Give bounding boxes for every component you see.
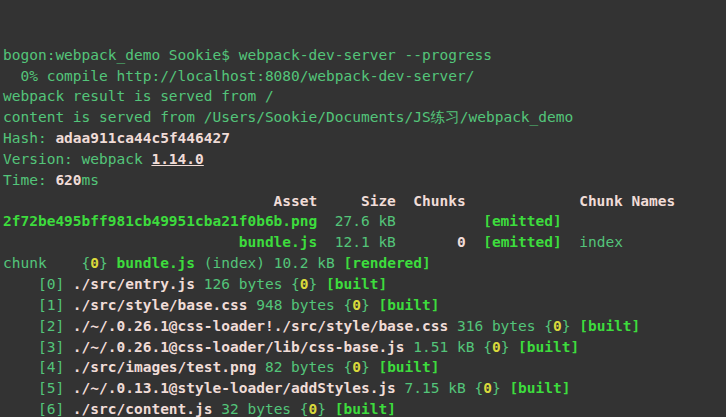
shell-prompt-line: bogon:webpack_demo Sookie$ webpack-dev-s… xyxy=(3,45,726,66)
terminal-text-segment: 82 bytes { xyxy=(256,359,352,375)
terminal-text-segment xyxy=(3,234,239,250)
terminal-text-segment: index xyxy=(562,234,623,250)
terminal-text-segment: } xyxy=(361,297,378,313)
terminal-text-segment: 0 xyxy=(483,380,492,396)
module-row-2: [2] ./~/.0.26.1@css-loader!./src/style/b… xyxy=(3,316,726,337)
module-row-4: [4] ./src/images/test.png 82 bytes {0} [… xyxy=(3,357,726,378)
terminal-text-segment: ./src/content.js xyxy=(73,401,213,417)
terminal-text-segment: 0 xyxy=(492,339,501,355)
terminal-text-segment: [0] xyxy=(3,276,73,292)
terminal-text-segment: ./src/style/base.css xyxy=(73,297,248,313)
terminal-text-segment xyxy=(466,234,483,250)
terminal-text-segment: [6] xyxy=(3,401,73,417)
terminal-text-segment: } xyxy=(99,255,116,271)
terminal-text-segment: ./src/entry.js xyxy=(73,276,195,292)
module-row-6: [6] ./src/content.js 32 bytes {0} [built… xyxy=(3,399,726,417)
terminal-text-segment: Asset Size Chunks Chunk Names xyxy=(3,193,675,209)
terminal-text-segment: bundle.js xyxy=(239,234,318,250)
terminal-text-segment: [rendered] xyxy=(344,255,431,271)
terminal-text-segment: bundle.js xyxy=(117,255,196,271)
module-row-5: [5] ./~/.0.13.1@style-loader/addStyles.j… xyxy=(3,378,726,399)
terminal-text-segment: ms xyxy=(82,172,99,188)
terminal-text-segment: 0% compile http://localhost:8080/webpack… xyxy=(3,68,474,84)
terminal-text-segment: bogon:webpack_demo Sookie$ webpack-dev-s… xyxy=(3,47,492,63)
terminal-text-segment: 0 xyxy=(457,234,466,250)
terminal-text-segment: 0 xyxy=(553,318,562,334)
terminal-text-segment: } xyxy=(361,359,378,375)
terminal-text-segment: (index) 10.2 kB xyxy=(195,255,343,271)
terminal-text-segment: ./~/.0.26.1@css-loader!./src/style/base.… xyxy=(73,318,448,334)
terminal-text-segment: [emitted] xyxy=(483,234,562,250)
content-served-line: content is served from /Users/Sookie/Doc… xyxy=(3,107,726,128)
terminal-text-segment: [5] xyxy=(3,380,73,396)
terminal-text-segment: Time: xyxy=(3,172,55,188)
module-row-1: [1] ./src/style/base.css 948 bytes {0} [… xyxy=(3,295,726,316)
time-line: Time: 620ms xyxy=(3,170,726,191)
terminal-text-segment: 0 xyxy=(352,297,361,313)
terminal-text-segment: [3] xyxy=(3,339,73,355)
terminal-text-segment: 948 bytes { xyxy=(247,297,352,313)
terminal-text-segment: 27.6 kB xyxy=(317,213,483,229)
asset-row-png: 2f72be495bff981cb49951cba21f0b6b.png 27.… xyxy=(3,211,726,232)
terminal-text-segment: 0 xyxy=(300,276,309,292)
terminal-text-segment: [built] xyxy=(509,380,570,396)
terminal-text-segment: [built] xyxy=(579,318,640,334)
terminal-text-segment: } xyxy=(492,380,509,396)
terminal-text-segment: [emitted] xyxy=(483,213,562,229)
terminal-text-segment: content is served from /Users/Sookie/Doc… xyxy=(3,109,573,125)
terminal-text-segment: } xyxy=(562,318,579,334)
table-header-line: Asset Size Chunks Chunk Names xyxy=(3,191,726,212)
terminal-text-segment: [1] xyxy=(3,297,73,313)
terminal-text-segment: adaa911ca44c5f446427 xyxy=(55,130,230,146)
terminal-output: bogon:webpack_demo Sookie$ webpack-dev-s… xyxy=(3,45,726,417)
module-row-3: [3] ./~/.0.26.1@css-loader/lib/css-base.… xyxy=(3,337,726,358)
progress-line: 0% compile http://localhost:8080/webpack… xyxy=(3,66,726,87)
chunk-summary-line: chunk {0} bundle.js (index) 10.2 kB [ren… xyxy=(3,253,726,274)
terminal-text-segment: 7.15 kB { xyxy=(396,380,483,396)
terminal-text-segment: } xyxy=(501,339,518,355)
terminal-text-segment: [2] xyxy=(3,318,73,334)
terminal-text-segment: ./src/images/test.png xyxy=(73,359,256,375)
terminal-text-segment: [built] xyxy=(335,401,396,417)
terminal-text-segment: 620 xyxy=(55,172,81,188)
terminal-text-segment: 1.51 kB { xyxy=(405,339,492,355)
terminal-text-segment: } xyxy=(317,401,334,417)
terminal-text-segment: 126 bytes { xyxy=(195,276,300,292)
terminal-text-segment: Version: webpack xyxy=(3,151,151,167)
version-line: Version: webpack 1.14.0 xyxy=(3,149,726,170)
terminal-text-segment: Hash: xyxy=(3,130,55,146)
terminal-text-segment: ./~/.0.26.1@css-loader/lib/css-base.js xyxy=(73,339,405,355)
terminal-text-segment: } xyxy=(309,276,326,292)
terminal-text-segment: [4] xyxy=(3,359,73,375)
terminal-text-segment: chunk { xyxy=(3,255,90,271)
result-served-line: webpack result is served from / xyxy=(3,86,726,107)
hash-line: Hash: adaa911ca44c5f446427 xyxy=(3,128,726,149)
terminal-text-segment: 32 bytes { xyxy=(213,401,309,417)
terminal-text-segment: 0 xyxy=(352,359,361,375)
asset-row-bundle: bundle.js 12.1 kB 0 [emitted] index xyxy=(3,232,726,253)
terminal-text-segment: webpack result is served from / xyxy=(3,88,274,104)
terminal-text-segment: [built] xyxy=(378,359,439,375)
terminal-text-segment: [built] xyxy=(326,276,387,292)
terminal-text-segment: 12.1 kB xyxy=(317,234,457,250)
module-row-0: [0] ./src/entry.js 126 bytes {0} [built] xyxy=(3,274,726,295)
terminal-text-segment: 1.14.0 xyxy=(151,151,203,167)
terminal-text-segment: ./~/.0.13.1@style-loader/addStyles.js xyxy=(73,380,396,396)
terminal-text-segment: 0 xyxy=(90,255,99,271)
terminal-text-segment: 2f72be495bff981cb49951cba21f0b6b.png xyxy=(3,213,317,229)
terminal-text-segment: 316 bytes { xyxy=(448,318,553,334)
terminal-text-segment: [built] xyxy=(518,339,579,355)
terminal-text-segment: 0 xyxy=(309,401,318,417)
terminal-window: bogon:webpack_demo Sookie$ webpack-dev-s… xyxy=(0,0,726,417)
terminal-text-segment: [built] xyxy=(378,297,439,313)
